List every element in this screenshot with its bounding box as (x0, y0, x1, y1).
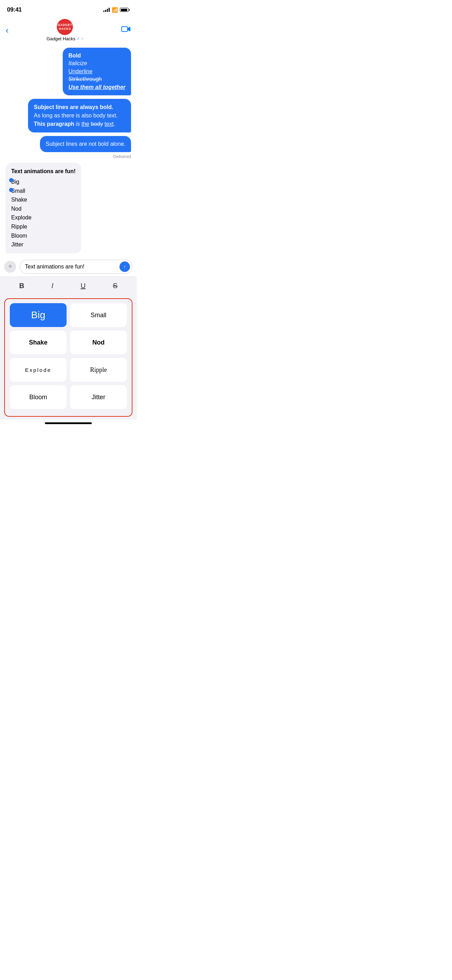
chat-area: Bold Italicize Underline Strikethrough U… (0, 44, 137, 257)
outgoing-bubble-3: Subject lines are not bold alone. (40, 136, 131, 152)
verified-icon: ✓ (77, 37, 80, 41)
compose-input[interactable]: Text animations are fun! (25, 263, 117, 270)
anim-explode: Explode (11, 213, 32, 222)
delivered-status: Delivered (113, 154, 131, 159)
anim-jitter: Jitter (11, 240, 32, 249)
outgoing-bubble-2: Subject lines are always bold. As long a… (28, 99, 131, 132)
svg-rect-0 (122, 27, 127, 32)
logo: GADGETHACKS (57, 19, 73, 35)
italic-line: Italicize (68, 60, 126, 67)
anim-option-nod[interactable]: Nod (70, 331, 127, 354)
anim-shake: Shake (11, 195, 32, 204)
selection-dot-1 (9, 178, 13, 182)
anim-bloom: Bloom (11, 231, 32, 240)
italic-button[interactable]: I (48, 280, 57, 291)
animation-grid: Big Small Shake Nod Explode Ripple Bloom… (10, 303, 127, 409)
status-icons: 📶 (103, 7, 130, 13)
send-button[interactable]: ↑ (119, 261, 130, 272)
incoming-bubble-container: Text animations are fun! Big Small Shake… (6, 162, 131, 253)
anim-ripple: Ripple (11, 222, 32, 231)
anim-option-big[interactable]: Big (10, 303, 67, 327)
status-bar: 09:41 📶 (0, 0, 137, 18)
strikethrough-button[interactable]: S (109, 280, 121, 291)
nav-bar: ‹ GADGETHACKS Gadget Hacks ✓ > (0, 18, 137, 44)
anim-option-ripple[interactable]: Ripple (70, 358, 127, 382)
animation-picker: Big Small Shake Nod Explode Ripple Bloom… (4, 298, 132, 417)
back-button[interactable]: ‹ (6, 25, 9, 36)
anim-option-small[interactable]: Small (70, 303, 127, 327)
chevron-icon: > (81, 37, 83, 41)
underline-line: Underline (68, 68, 126, 75)
video-call-button[interactable] (121, 25, 131, 35)
anim-option-bloom[interactable]: Bloom (10, 385, 67, 409)
selection-dot-2 (9, 188, 13, 192)
anim-option-shake[interactable]: Shake (10, 331, 67, 354)
status-time: 09:41 (7, 6, 22, 13)
animation-picker-container: Big Small Shake Nod Explode Ripple Bloom… (0, 295, 137, 420)
underline-button[interactable]: U (77, 280, 89, 291)
add-attachment-button[interactable]: + (4, 261, 16, 273)
format-toolbar: B I U S (0, 277, 137, 295)
battery-icon (120, 8, 130, 12)
strikethrough-line: Strikethrough (68, 75, 126, 83)
compose-area: + Text animations are fun! ↑ (0, 257, 137, 277)
outgoing-bubble-1: Bold Italicize Underline Strikethrough U… (63, 48, 131, 95)
anim-small: Small (11, 188, 25, 194)
contact-name: Gadget Hacks (46, 36, 75, 41)
anim-option-explode[interactable]: Explode (10, 358, 67, 382)
anim-nod: Nod (11, 204, 32, 213)
anim-option-jitter[interactable]: Jitter (70, 385, 127, 409)
home-indicator (0, 420, 137, 426)
bold-button[interactable]: B (16, 280, 28, 291)
all-styles-line: Use them all together (68, 83, 126, 91)
animation-title: Text animations are fun! (11, 167, 76, 176)
incoming-bubble: Text animations are fun! Big Small Shake… (6, 162, 81, 253)
nav-center: GADGETHACKS Gadget Hacks ✓ > (46, 19, 83, 41)
wifi-icon: 📶 (112, 7, 118, 13)
home-bar (45, 422, 92, 424)
bold-line: Bold (68, 52, 126, 60)
signal-icon (103, 8, 110, 12)
compose-input-wrapper[interactable]: Text animations are fun! ↑ (20, 260, 132, 274)
